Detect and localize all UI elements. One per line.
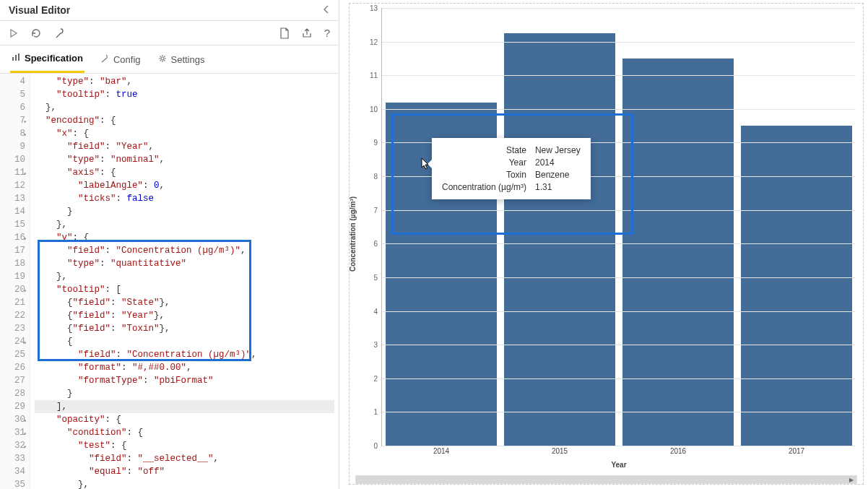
chart-panel: Concentration (µg/m³) 012345678910111213… xyxy=(339,0,868,489)
x-axis-labels: 2014201520162017 xyxy=(382,447,856,457)
panel-header: Visual Editor xyxy=(0,0,339,21)
panel-title: Visual Editor xyxy=(9,4,70,16)
svg-rect-1 xyxy=(15,55,17,61)
x-tick-label: 2016 xyxy=(670,447,686,455)
tooltip-key: Toxin xyxy=(442,170,526,180)
tooltip-value: Benzene xyxy=(535,170,581,180)
tab-settings[interactable]: Settings xyxy=(157,46,207,73)
x-axis-title: Year xyxy=(611,461,626,469)
x-tick-label: 2015 xyxy=(552,447,568,455)
tab-specification[interactable]: Specification xyxy=(10,46,84,73)
collapse-panel-button[interactable] xyxy=(323,5,330,16)
chart-tooltip: StateNew JerseyYear2014ToxinBenzeneConce… xyxy=(432,138,591,199)
svg-point-3 xyxy=(161,57,164,60)
run-icon[interactable] xyxy=(9,28,19,38)
x-tick-label: 2014 xyxy=(433,447,449,455)
app-root: Visual Editor ? xyxy=(0,0,868,489)
bar[interactable] xyxy=(622,59,734,446)
scroll-thumb[interactable] xyxy=(356,476,856,483)
refresh-icon[interactable] xyxy=(30,27,42,39)
tooltip-key: Concentration (µg/m³) xyxy=(442,182,526,192)
tooltip-value: New Jersey xyxy=(535,145,581,155)
gear-icon xyxy=(158,54,167,65)
scroll-right-button[interactable]: ▶ xyxy=(846,476,856,483)
chart-inner: Concentration (µg/m³) 012345678910111213… xyxy=(373,8,856,459)
chart-frame: Concentration (µg/m³) 012345678910111213… xyxy=(349,3,864,485)
tooltip-value: 2014 xyxy=(535,157,581,168)
bar[interactable] xyxy=(504,33,615,446)
cursor-icon xyxy=(420,157,430,170)
fix-icon[interactable] xyxy=(53,27,65,39)
x-tick-label: 2017 xyxy=(789,447,804,455)
visual-editor-panel: Visual Editor ? xyxy=(0,0,339,489)
new-file-icon[interactable] xyxy=(279,27,290,39)
svg-rect-2 xyxy=(18,53,19,61)
editor-content[interactable]: "type": "bar", "tooltip": true }, "encod… xyxy=(30,74,339,489)
tab-label: Config xyxy=(113,54,141,65)
horizontal-scrollbar[interactable]: ◀ ▶ xyxy=(355,475,857,484)
editor-gutter: 4567▾8▾91011▾1213141516▾17181920▾2122232… xyxy=(0,74,30,489)
bar-chart-icon xyxy=(12,53,20,64)
code-editor[interactable]: 4567▾8▾91011▾1213141516▾17181920▾2122232… xyxy=(0,74,339,489)
bars-container xyxy=(382,8,856,446)
svg-rect-0 xyxy=(12,57,14,61)
export-icon[interactable] xyxy=(301,27,313,39)
wrench-icon xyxy=(100,54,109,65)
tab-label: Settings xyxy=(171,54,205,65)
tooltip-key: State xyxy=(442,145,526,155)
tab-config[interactable]: Config xyxy=(99,46,142,73)
tab-label: Specification xyxy=(25,53,83,64)
help-icon[interactable]: ? xyxy=(324,27,330,39)
bar[interactable] xyxy=(741,126,852,446)
tooltip-value: 1.31 xyxy=(535,182,581,192)
y-axis-title: Concentration (µg/m³) xyxy=(349,196,357,271)
toolbar: ? xyxy=(0,21,339,46)
editor-tabs: Specification Config Settings xyxy=(0,46,339,74)
plot-area[interactable]: 012345678910111213 2014201520162017 Year xyxy=(381,8,856,446)
tooltip-key: Year xyxy=(442,157,526,168)
